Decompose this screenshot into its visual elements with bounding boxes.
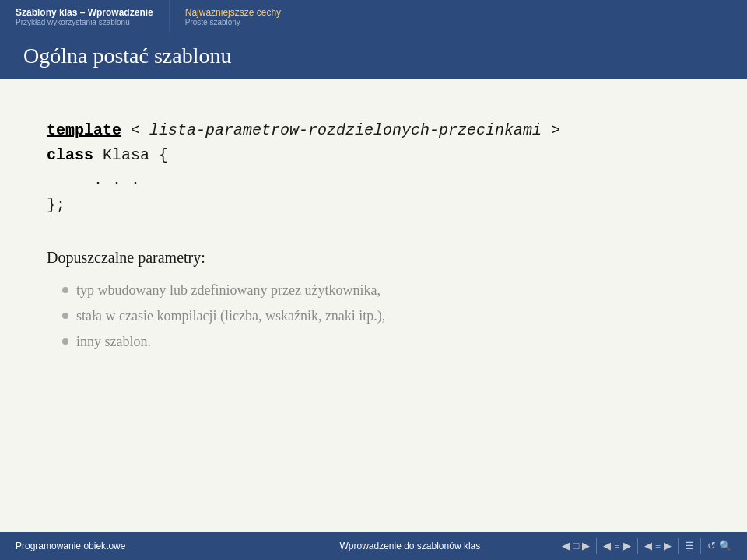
list-item: stała w czasie kompilacji (liczba, wskaź… <box>62 308 700 324</box>
bottom-nav-icons: ◀ □ ▶ ◀ ≡ ▶ ◀ ≡ ▶ ☰ ↺ 🔍 <box>546 538 747 554</box>
nav-left3-icon[interactable]: ◀ <box>644 540 652 552</box>
keyword-class: class <box>47 146 93 164</box>
code-ellipsis: . . . <box>93 171 140 189</box>
section-header: Ogólna postać szablonu <box>0 33 747 79</box>
list-item-text: typ wbudowany lub zdefiniowany przez uży… <box>76 282 381 299</box>
nav-divider <box>596 538 597 554</box>
nav-refresh-icon[interactable]: ↺ <box>707 540 716 552</box>
bottom-right-label: Wprowadzenie do szablonów klas <box>273 541 546 551</box>
code-params: < lista-parametrow-rozdzielonych-przecin… <box>121 121 560 139</box>
code-line-4: }; <box>47 193 700 218</box>
nav-menu-icon[interactable]: ☰ <box>685 540 694 552</box>
list-item: typ wbudowany lub zdefiniowany przez uży… <box>62 282 700 299</box>
nav-right-section: Najważniejszsze cechy Proste szablony <box>170 0 296 33</box>
top-navigation: Szablony klas – Wprowadzenie Przykład wy… <box>0 0 747 33</box>
description-label: Dopuszczalne parametry: <box>47 249 700 267</box>
bottom-left-label: Programowanie obiektowe <box>0 541 273 551</box>
page-title: Ogólna postać szablonu <box>23 44 724 68</box>
bottom-bar: Programowanie obiektowe Wprowadzenie do … <box>0 532 747 560</box>
nav-divider3 <box>678 538 679 554</box>
nav-left-icon[interactable]: ◀ <box>562 540 570 552</box>
list-item-text: stała w czasie kompilacji (liczba, wskaź… <box>76 308 385 324</box>
nav-divider4 <box>700 538 701 554</box>
bullet-dot-icon <box>62 313 68 319</box>
nav-left-section: Szablony klas – Wprowadzenie Przykład wy… <box>0 0 170 33</box>
nav-left-title: Szablony klas – Wprowadzenie <box>16 7 153 18</box>
nav-right-icon[interactable]: ▶ <box>582 540 590 552</box>
code-block: template < lista-parametrow-rozdzielonyc… <box>47 118 700 218</box>
nav-triple-left-icon[interactable]: ≡ <box>614 540 619 552</box>
class-name: Klasa { <box>103 146 168 164</box>
nav-right-title: Najważniejszsze cechy <box>185 7 281 18</box>
bullet-dot-icon <box>62 338 68 345</box>
main-content: template < lista-parametrow-rozdzielonyc… <box>0 79 747 383</box>
keyword-template: template <box>47 121 121 139</box>
bullet-dot-icon <box>62 287 68 293</box>
nav-triple2-icon[interactable]: ≡ <box>655 540 661 552</box>
nav-search-icon[interactable]: 🔍 <box>719 540 731 552</box>
nav-left2-icon[interactable]: ◀ <box>603 540 611 552</box>
code-closing: }; <box>47 196 65 214</box>
code-line-2: class Klasa { <box>47 143 700 168</box>
nav-square-icon[interactable]: □ <box>573 540 579 552</box>
code-line-1: template < lista-parametrow-rozdzielonyc… <box>47 118 700 143</box>
nav-right3-icon[interactable]: ▶ <box>664 540 672 552</box>
nav-left-subtitle: Przykład wykorzystania szablonu <box>16 18 153 26</box>
list-item-text: inny szablon. <box>76 334 151 350</box>
nav-right-subtitle: Proste szablony <box>185 18 281 26</box>
bullet-list: typ wbudowany lub zdefiniowany przez uży… <box>62 282 700 350</box>
nav-divider2 <box>637 538 638 554</box>
list-item: inny szablon. <box>62 334 700 350</box>
code-line-3: . . . <box>47 168 700 193</box>
nav-right2-icon[interactable]: ▶ <box>623 540 631 552</box>
